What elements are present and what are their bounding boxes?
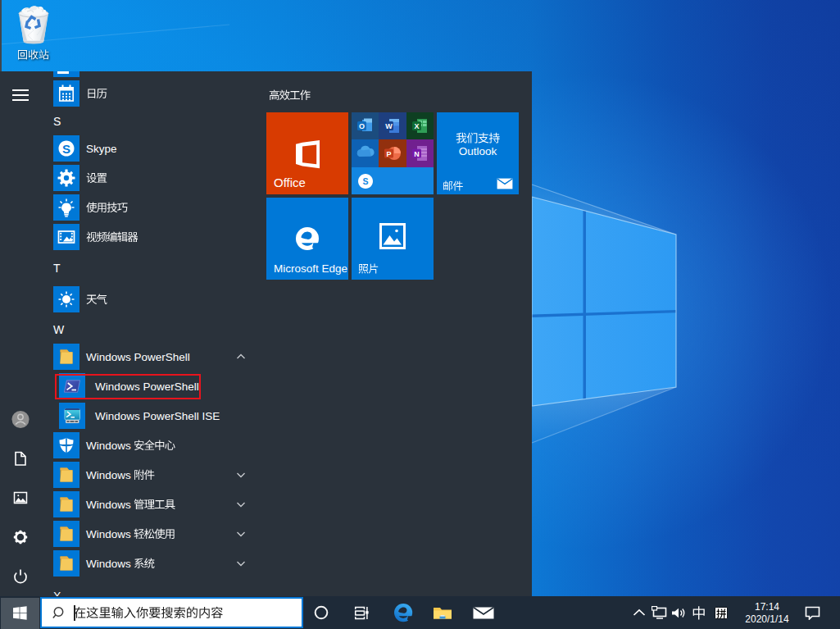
svg-text:X: X (414, 122, 419, 130)
svg-text:O: O (359, 122, 365, 130)
svg-text:S: S (62, 142, 70, 156)
svg-text:N: N (414, 150, 420, 158)
svg-text:S: S (362, 176, 368, 186)
svg-text:P: P (387, 150, 392, 158)
svg-text:W: W (386, 122, 393, 130)
